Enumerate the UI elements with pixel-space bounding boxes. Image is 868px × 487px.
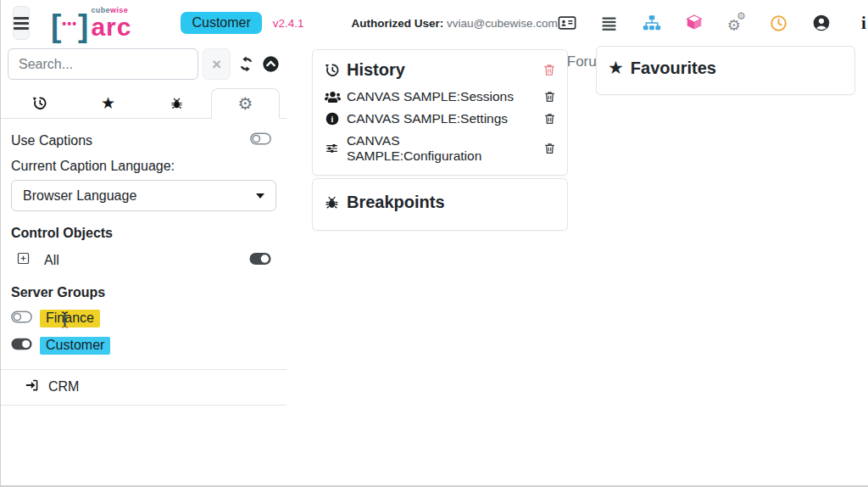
main-area: Forum i Help ? Support: [287, 46, 868, 485]
search-row: ×: [1, 46, 287, 88]
cube-icon[interactable]: [685, 14, 704, 32]
server-item-crm[interactable]: CRM: [1, 370, 287, 406]
info-icon[interactable]: i: [854, 14, 868, 32]
tab-favourites[interactable]: ★: [74, 88, 142, 118]
refresh-icon[interactable]: [237, 55, 255, 73]
history-card: History CANVAS SAMPLE:Sessions: [312, 49, 568, 176]
arc-logo: [ ••• ] cubewise arc: [51, 7, 131, 40]
history-item: CANVAS SAMPLE:Configuration: [324, 133, 556, 164]
history-list: CANVAS SAMPLE:Sessions i CANVAS SAMPLE:S…: [324, 89, 556, 164]
control-objects-header: Control Objects: [11, 226, 276, 241]
crm-label: CRM: [48, 379, 79, 395]
caption-language-label: Current Caption Language:: [11, 159, 276, 174]
sliders-icon: [324, 142, 341, 155]
tab-breakpoints[interactable]: [142, 88, 211, 118]
history-item: i CANVAS SAMPLE:Settings: [324, 111, 556, 126]
caret-down-icon: [256, 193, 264, 199]
history-icon: [324, 62, 340, 78]
favourites-card: ★ Favourites: [596, 46, 855, 95]
cogs-icon[interactable]: ⚙⚙: [727, 14, 746, 32]
history-item: CANVAS SAMPLE:Sessions: [324, 89, 556, 104]
environment-badge[interactable]: Customer: [181, 12, 261, 34]
use-captions-toggle-off-icon[interactable]: [250, 132, 271, 148]
history-item-label[interactable]: CANVAS SAMPLE:Configuration: [347, 133, 537, 164]
info-circle-icon: i: [324, 112, 341, 126]
svg-text:i: i: [331, 115, 334, 124]
server-group-row-customer: Customer: [11, 337, 276, 355]
sign-in-icon: [25, 378, 40, 396]
delete-history-item-icon[interactable]: [543, 112, 556, 126]
star-icon: ★: [608, 59, 624, 76]
clear-search-button[interactable]: ×: [203, 48, 231, 80]
server-group-row-finance: Finance: [11, 310, 276, 327]
delete-history-item-icon[interactable]: [543, 90, 556, 104]
sidebar-tabs: ★ ⚙: [1, 88, 287, 119]
address-card-icon[interactable]: [558, 14, 576, 32]
all-toggle-on-icon[interactable]: [249, 252, 271, 269]
settings-panel: Use Captions Current Caption Language: B…: [1, 119, 287, 406]
history-card-header: History: [324, 60, 556, 80]
chevron-circle-up-icon[interactable]: [262, 55, 280, 73]
clear-history-trash-icon[interactable]: [542, 63, 556, 77]
bug-icon: [324, 194, 340, 210]
use-captions-row: Use Captions: [11, 132, 276, 148]
server-group-finance[interactable]: Finance: [40, 310, 100, 327]
plus-square-icon[interactable]: [16, 251, 31, 269]
favourites-title: Favourites: [631, 59, 716, 78]
version-label: v2.4.1: [273, 17, 304, 30]
search-input[interactable]: [8, 48, 198, 80]
all-label: All: [44, 253, 59, 268]
authorized-user: Authorized User: vviau@cubewise.com: [352, 17, 558, 30]
user-circle-icon[interactable]: [812, 14, 831, 32]
breakpoints-card-header: Breakpoints: [324, 193, 556, 212]
clock-icon[interactable]: [770, 14, 788, 32]
top-header: [ ••• ] cubewise arc Customer v2.4.1 Aut…: [1, 0, 868, 46]
logo-brackets: [ ••• ]: [51, 13, 88, 39]
header-toolbar: ⚙⚙ i: [558, 14, 868, 32]
use-captions-label: Use Captions: [11, 133, 92, 148]
sitemap-icon[interactable]: [643, 14, 661, 32]
logo-arc: arc: [91, 14, 131, 40]
gear-icon: ⚙: [238, 95, 253, 112]
customer-toggle-on-icon[interactable]: [11, 338, 32, 354]
history-title: History: [347, 60, 405, 80]
history-item-label[interactable]: CANVAS SAMPLE:Sessions: [347, 89, 514, 104]
tab-history[interactable]: [5, 88, 74, 118]
sidebar: ×: [1, 46, 287, 485]
users-icon: [324, 91, 341, 104]
caption-language-select[interactable]: Browser Language: [11, 180, 276, 211]
star-icon: ★: [101, 93, 115, 113]
list-icon[interactable]: [600, 14, 619, 32]
menu-toggle-button[interactable]: [13, 6, 30, 40]
control-objects-all-row: All: [11, 251, 276, 269]
breakpoints-title: Breakpoints: [347, 193, 445, 212]
app-window: [ ••• ] cubewise arc Customer v2.4.1 Aut…: [0, 0, 868, 487]
finance-toggle-off-icon[interactable]: [11, 311, 32, 327]
server-group-customer[interactable]: Customer: [40, 337, 110, 355]
history-item-label[interactable]: CANVAS SAMPLE:Settings: [347, 111, 508, 126]
hamburger-icon: [14, 17, 29, 20]
favourites-card-header: ★ Favourites: [608, 59, 843, 78]
tab-settings[interactable]: ⚙: [211, 88, 280, 119]
breakpoints-card: Breakpoints: [312, 178, 568, 231]
bug-icon: [170, 96, 184, 110]
delete-history-item-icon[interactable]: [543, 142, 556, 155]
server-groups-header: Server Groups: [11, 285, 276, 300]
